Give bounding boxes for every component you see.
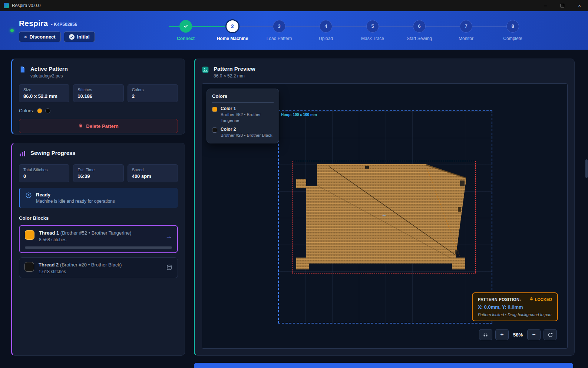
refresh-icon (548, 332, 553, 338)
step-label: Connect (177, 36, 195, 41)
step-number: 2 (225, 19, 240, 33)
pan-hint: Pattern locked • Drag background to pan (478, 312, 552, 317)
connection-status-dot (10, 29, 14, 32)
active-pattern-card: Active Pattern valetudogv2.pes Size 86.0… (11, 59, 185, 135)
color-swatch-1 (37, 108, 42, 113)
disconnect-label: Disconnect (30, 34, 56, 40)
close-icon: × (578, 3, 581, 9)
thread-2-swatch (24, 262, 34, 272)
embroidery-pattern[interactable] (295, 163, 466, 270)
colors-legend: Colors Color 1 Brother #52 • Brother Tan… (207, 89, 279, 143)
zoom-in-button[interactable]: + (495, 329, 509, 340)
stat-colors: Colors 2 (128, 84, 178, 102)
clock-icon (25, 192, 32, 204)
colors-label: Colors: (19, 108, 34, 113)
image-icon (202, 66, 209, 79)
legend-entry-2: Color 2 Brother #20 • Brother Black (212, 127, 274, 139)
app-header: Respira • K4P502956 × Disconnect Initial (0, 11, 588, 50)
reset-view-button[interactable] (544, 329, 557, 340)
stat-label: Total Stitches (23, 168, 65, 172)
step-number: 5 (366, 20, 379, 33)
stat-size: Size 86.0 x 52.2 mm (19, 84, 69, 102)
stat-stitches: Stitches 10.186 (73, 84, 123, 102)
initial-button[interactable]: Initial (64, 32, 95, 42)
thread-2-detail: (Brother #20 • Brother Black) (60, 262, 122, 268)
step-home-machine[interactable]: 2 Home Machine (209, 20, 256, 41)
main-content: Active Pattern valetudogv2.pes Size 86.0… (11, 59, 575, 356)
thread-block-1[interactable]: Thread 1 (Brother #52 • Brother Tangerin… (19, 225, 178, 253)
preview-canvas[interactable]: Colors Color 1 Brother #52 • Brother Tan… (202, 83, 568, 349)
initial-label: Initial (77, 34, 90, 40)
app-name: Respira (19, 19, 48, 28)
status-title: Ready (36, 192, 115, 198)
fit-view-button[interactable] (479, 329, 492, 340)
legend-detail-2: Brother #20 • Brother Black (221, 133, 272, 139)
active-pattern-title: Active Pattern (30, 66, 68, 72)
machine-serial: • K4P502956 (51, 22, 77, 27)
stat-value: 10.186 (77, 93, 119, 99)
pattern-filename: valetudogv2.pes (30, 73, 68, 79)
pattern-dimensions: 86.0 × 52.2 mm (214, 73, 255, 79)
legend-swatch-2 (212, 127, 217, 133)
bar-chart-icon (19, 150, 26, 159)
minimize-icon: – (544, 3, 546, 9)
document-icon (19, 66, 26, 79)
legend-entry-1: Color 1 Brother #52 • Brother Tangerine (212, 106, 274, 123)
step-label: Complete (503, 36, 522, 41)
step-upload[interactable]: 4 Upload (303, 20, 349, 41)
step-load-pattern[interactable]: 3 Load Pattern (256, 20, 303, 41)
step-number: 7 (460, 20, 472, 33)
maximize-icon (561, 4, 564, 7)
zoom-out-button[interactable]: − (527, 329, 541, 340)
color-swatch-2 (45, 108, 50, 113)
legend-divider (212, 102, 274, 103)
arrow-right-icon: → (165, 232, 172, 240)
locked-label: LOCKED (535, 297, 552, 302)
check-icon (183, 23, 189, 29)
stat-est-time: Est. Time 16:39 (73, 164, 123, 182)
step-number: 3 (273, 20, 285, 33)
pattern-position-overlay: PATTERN POSITION: LOCKED X: 0.0mm, Y: 0.… (472, 292, 558, 321)
stat-value: 16:39 (77, 173, 119, 179)
maximize-button[interactable] (554, 0, 571, 11)
step-complete[interactable]: 8 Complete (489, 20, 536, 41)
stat-speed: Speed 400 spm (128, 164, 178, 182)
color-blocks-heading: Color Blocks (19, 215, 178, 221)
delete-pattern-label: Delete Pattern (86, 123, 118, 129)
step-mask-trace[interactable]: 5 Mask Trace (349, 20, 396, 41)
workflow-stepper: Connect 2 Home Machine 3 Load Pattern 4 … (162, 20, 536, 41)
step-connect[interactable]: Connect (162, 20, 209, 41)
status-detail: Machine is idle and ready for operations (36, 199, 115, 204)
thread-2-name: Thread 2 (39, 262, 59, 268)
step-label: Monitor (459, 36, 473, 41)
legend-title: Colors (212, 93, 274, 99)
scrollbar-thumb[interactable] (585, 159, 588, 178)
machine-status-banner: Ready Machine is idle and ready for oper… (19, 188, 178, 208)
legend-detail-1: Brother #52 • Brother Tangerine (221, 112, 274, 123)
pattern-coordinates: X: 0.0mm, Y: 0.0mm (478, 304, 552, 310)
left-column: Active Pattern valetudogv2.pes Size 86.0… (11, 59, 185, 356)
step-number: 4 (320, 20, 332, 33)
step-monitor[interactable]: 7 Monitor (443, 20, 489, 41)
delete-pattern-button[interactable]: Delete Pattern (19, 119, 178, 133)
window-title: Respira v0.0.0 (12, 3, 40, 8)
stat-value: 2 (132, 93, 174, 99)
legend-swatch-1 (212, 107, 217, 112)
close-button[interactable]: × (571, 0, 588, 11)
canvas-crosshair: + (382, 212, 386, 219)
stat-value: 86.0 x 52.2 mm (23, 93, 65, 99)
minimize-button[interactable]: – (537, 0, 554, 11)
stat-label: Speed (132, 168, 174, 172)
layers-icon (166, 264, 172, 272)
thread-1-detail: (Brother #52 • Brother Tangerine) (60, 230, 131, 236)
step-start-sewing[interactable]: 6 Start Sewing (396, 20, 443, 41)
pattern-preview-title: Pattern Preview (214, 66, 255, 72)
disconnect-button[interactable]: × Disconnect (19, 32, 61, 42)
thread-block-2[interactable]: Thread 2 (Brother #20 • Brother Black) 1… (19, 257, 178, 278)
bottom-action-bar[interactable] (194, 363, 573, 368)
stat-value: 0 (23, 173, 65, 179)
connection-block: Respira • K4P502956 × Disconnect Initial (10, 19, 95, 42)
thread-1-stitches: 8.568 stitches (39, 237, 131, 242)
zoom-level: 58% (512, 332, 524, 338)
lock-icon (529, 297, 534, 302)
